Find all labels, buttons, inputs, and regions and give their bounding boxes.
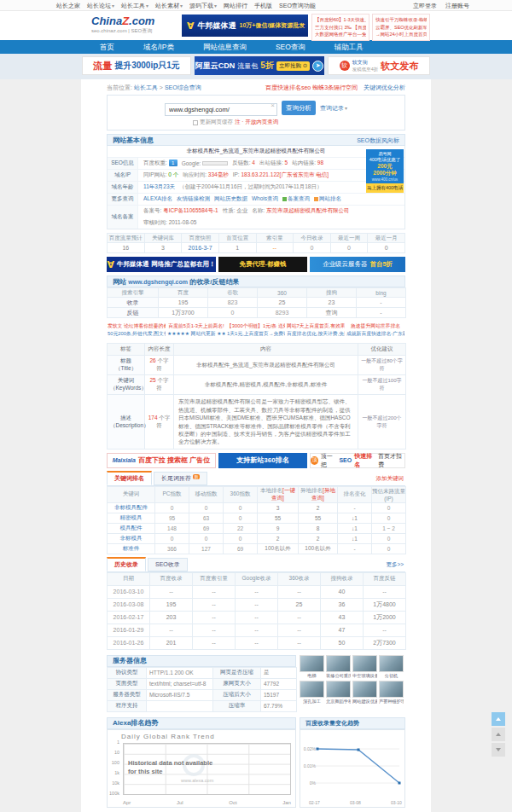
collect-value[interactable]: 195 <box>159 298 208 308</box>
breadcrumb-ad-blue[interactable]: 关键词优化分析 <box>364 84 405 90</box>
breadcrumb-home[interactable]: 站长工具 <box>134 84 158 90</box>
collect-value[interactable]: 25 <box>258 298 307 308</box>
niubang-banner-ad[interactable]: ∀ 牛邦媒体通 10万+微信/媒体资源批发 <box>182 14 308 37</box>
login-link[interactable]: 立即登录 <box>413 3 437 9</box>
nav-item[interactable]: 辅助工具 <box>335 40 364 54</box>
collect-domain-link[interactable]: www.dgshengqi.com <box>128 279 188 285</box>
chinaz-logo[interactable]: ChinaZ.com seo.chinaz.com | SEO查询 <box>91 15 154 33</box>
query-records-link[interactable]: 查询记录▾ <box>320 104 347 113</box>
text-ad[interactable]: 急速提升网站世界排名成就新百度快速排名-广东霸屏 <box>346 320 405 339</box>
topbar-link[interactable]: 站长素材▾ <box>155 2 183 10</box>
seo-trend-link[interactable]: SEO数据风向标 <box>357 135 399 146</box>
nav-item[interactable]: 首页 <box>100 40 114 54</box>
topbar-link[interactable]: 手机版 <box>254 2 272 10</box>
history-value[interactable]: 25 <box>278 598 321 611</box>
scroll-down-button[interactable] <box>492 743 505 757</box>
register-link[interactable]: 注册账号 <box>445 3 469 9</box>
more-query-link[interactable]: 备案查询 <box>282 195 310 203</box>
text-ad[interactable]: 网站7天上百度首页,有效果,才付费百度排名优化,按天计费,免费试用 <box>286 320 346 339</box>
promo2-buy-button[interactable]: 立即抢购 ⊙ <box>276 61 310 71</box>
tab-longtail[interactable]: 长尾词推荐新 <box>154 472 207 485</box>
phone-400-ad-button[interactable]: 马上拥有400电话 <box>366 183 404 192</box>
kw-value[interactable]: 2 <box>258 533 299 543</box>
collect-value[interactable]: 查询 <box>307 308 357 318</box>
stats-value[interactable]: 2016-3-7 <box>182 243 219 253</box>
traffic-promo-banner[interactable]: 流量 提升3000ip只1元 <box>82 56 191 75</box>
history-value[interactable]: 201 <box>150 636 193 649</box>
history-value[interactable]: 43 <box>321 611 364 624</box>
feedback-button[interactable] <box>492 712 505 726</box>
history-value[interactable]: 1万2000 <box>364 611 406 624</box>
history-value[interactable]: 203 <box>150 611 193 624</box>
history-value[interactable]: 2万7300 <box>364 636 406 649</box>
breadcrumb-current[interactable]: SEO综合查询 <box>165 84 201 90</box>
more-query-link[interactable]: 友情链接检测 <box>177 195 210 203</box>
nav-item[interactable]: SEO查询 <box>276 40 305 54</box>
kw-value[interactable]: 100名以外 <box>258 543 299 554</box>
keyword-link[interactable]: 非标模具配件 <box>108 502 155 513</box>
kw-value[interactable]: 9 <box>258 523 299 533</box>
collect-value[interactable]: 23 <box>307 298 357 308</box>
add-keyword-link[interactable]: 添加关键词 <box>376 475 404 481</box>
company-name[interactable]: 东莞市晟起精密模具配件有限公司 <box>266 207 350 213</box>
history-value[interactable]: 1万4800 <box>364 598 406 611</box>
kw-value[interactable]: 2 <box>299 502 338 513</box>
ruanwen-banner[interactable]: 软 软文街 发稿低至4折 软文发布 <box>328 56 430 75</box>
ip-address[interactable]: 183.63.221.122[广东省东莞市 电信] <box>241 171 329 177</box>
topbar-link[interactable]: 网站排行 <box>224 2 247 10</box>
more-query-link[interactable]: Whois查询 <box>252 195 278 203</box>
more-query-link[interactable]: ALEXA排名 <box>143 195 172 203</box>
header-text-ad[interactable]: 【百度秒60】1-3天快速上词工名三方支付接口 3‰ 【百度秒刷】大数据网络推广… <box>311 14 369 41</box>
aliyun-cdn-banner[interactable]: 阿里云CDN 流量包 5折 立即抢购 ⊙ ➤ <box>195 56 324 75</box>
ad-thumbnail[interactable]: 芦荟种植护理 <box>379 681 404 705</box>
keyword-link[interactable]: 模具配件 <box>108 523 155 533</box>
tab-history-collect[interactable]: 历史收录 <box>107 557 146 571</box>
tab-keyword-rank[interactable]: 关键词排名 <box>107 471 152 485</box>
ad-thumbnail[interactable]: 深孔加工 <box>300 681 324 705</box>
history-value[interactable]: 40 <box>321 585 364 598</box>
kw-value[interactable]: 2 <box>299 533 338 543</box>
keyword-link[interactable]: 非标模具 <box>108 533 155 543</box>
collect-value[interactable]: 1万3700 <box>159 308 208 318</box>
ad-thumbnail[interactable]: 装修公司重庆 <box>326 655 351 679</box>
kw-value[interactable]: 3 <box>258 502 299 513</box>
ad-thumbnail[interactable]: 网站建设优惠 <box>352 681 377 705</box>
keyword-link[interactable]: 精密模具 <box>108 513 155 523</box>
icp-number[interactable]: 粤ICP备11065584号-1 <box>163 207 218 213</box>
more-query-link[interactable]: 网站历史数据 <box>214 195 247 203</box>
header-text-ad[interactable]: 快速引千万蜘蛛收录-蜘蛛池云霸屏、SEO优化刷新军聚集地→网站24小时上百度首页… <box>372 14 430 41</box>
nav-item[interactable]: 域名/IP类 <box>143 40 174 54</box>
history-value[interactable]: 195 <box>150 598 193 611</box>
breadcrumb-ad-red[interactable]: 百度快速排名seo 蜘蛛3条隔行空间 <box>265 84 358 90</box>
topbar-link[interactable]: SEO查询功能 <box>279 2 316 10</box>
history-more-link[interactable]: 更多>> <box>386 561 404 567</box>
site-title-link[interactable]: 非标模具配件_热流道_东莞市晟起精密模具配件有限公司 <box>108 146 404 157</box>
scroll-top-button[interactable] <box>492 728 505 741</box>
rank360-banner[interactable]: 支持新站360排名 <box>218 453 307 468</box>
history-value[interactable]: 47 <box>321 624 364 636</box>
kw-value[interactable]: 8 <box>299 523 338 533</box>
url-input[interactable] <box>165 103 277 116</box>
tab-seo-collect[interactable]: SEO收录 <box>148 558 188 571</box>
maixiala-banner[interactable]: Maixiala百度下拉 搜索框 广告位 <box>107 453 216 468</box>
text-ad[interactable]: 百度前5页1-3天上前两名!★★★★★ 网站代更新 ★★★★★ <box>166 320 226 339</box>
ad-thumbnail[interactable]: 北京舞蹈学校 <box>326 681 351 705</box>
seo-rank-banner[interactable]: 顶顶一把SEO快速排名首页才扣费 <box>310 453 405 468</box>
ad-thumbnail[interactable]: 电梯 <box>300 655 324 679</box>
nav-item[interactable]: 网站信息查询 <box>203 40 247 54</box>
ad-thumbnail[interactable]: 中空玻璃设备 <box>352 655 377 679</box>
topbar-link[interactable]: 站长论坛▾ <box>87 2 114 10</box>
clear-icon[interactable]: × <box>271 102 275 109</box>
query-button[interactable]: 查询分析 <box>282 101 316 115</box>
topbar-link[interactable]: 源码下载▾ <box>189 2 217 10</box>
update-cache-checkbox[interactable] <box>193 120 198 125</box>
keyword-link[interactable]: 标准件 <box>108 543 155 554</box>
topbar-link[interactable]: 站长之家 <box>56 2 80 10</box>
history-value[interactable]: 50 <box>321 636 364 649</box>
kw-value[interactable]: 55 <box>299 513 338 523</box>
niubang-mid-banner[interactable]: ∀牛邦媒体通网络推广总监都在用！ <box>107 257 216 272</box>
kw-value[interactable]: 55 <box>258 513 299 523</box>
more-query-link[interactable]: 网站排名 <box>314 195 341 203</box>
phone-400-ad[interactable]: 易号网 400电话优惠了 200元 2000分钟 www.400.cn/us 马… <box>366 149 404 193</box>
topbar-link[interactable]: 站长工具▾ <box>121 2 148 10</box>
